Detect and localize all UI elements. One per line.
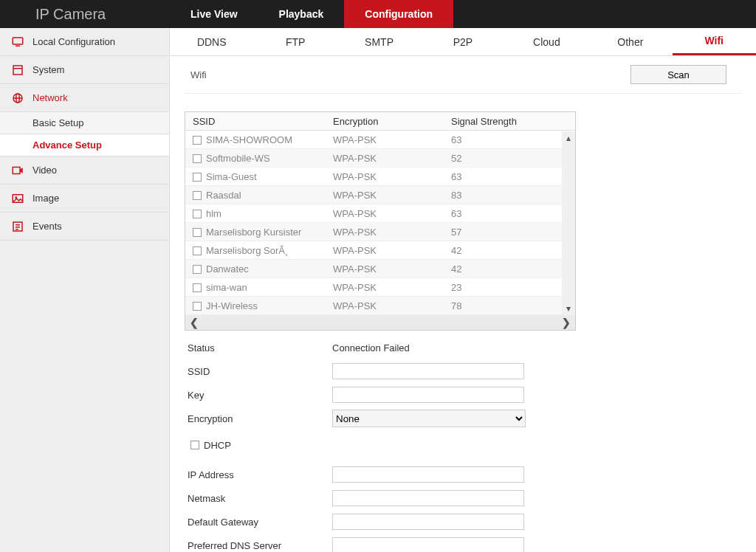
tab-wifi[interactable]: Wifi <box>673 28 756 55</box>
row-checkbox[interactable] <box>193 210 202 218</box>
ssid-label: SSID <box>185 366 332 377</box>
table-row[interactable]: SIMA-SHOWROOMWPA-PSK63 <box>185 131 575 149</box>
sidebar-events[interactable]: Events <box>0 213 169 241</box>
subtabs: DDNS FTP SMTP P2P Cloud Other Wifi <box>170 28 756 56</box>
sidebar-item-label: Network <box>32 92 68 103</box>
horizontal-scrollbar[interactable]: ❮ ❯ <box>185 315 575 330</box>
row-encryption: WPA-PSK <box>333 300 451 311</box>
row-signal: 63 <box>451 134 554 145</box>
row-ssid: Raasdal <box>206 190 241 201</box>
tab-p2p[interactable]: P2P <box>421 28 504 55</box>
gateway-input[interactable] <box>332 514 524 530</box>
nav-configuration[interactable]: Configuration <box>344 0 453 28</box>
table-row[interactable]: Softmobile-WSWPA-PSK52 <box>185 149 575 168</box>
row-checkbox[interactable] <box>193 265 202 274</box>
brand-title: IP Camera <box>0 0 170 28</box>
row-encryption: WPA-PSK <box>333 171 451 182</box>
row-signal: 52 <box>451 153 554 164</box>
sidebar-video[interactable]: Video <box>0 156 169 184</box>
dns-input[interactable] <box>332 537 524 552</box>
encryption-select[interactable]: None <box>332 410 526 427</box>
table-row[interactable]: Marselisborg KursisterWPA-PSK57 <box>185 223 575 241</box>
nav-live-view[interactable]: Live View <box>170 0 258 28</box>
tab-smtp[interactable]: SMTP <box>337 28 421 55</box>
ip-input[interactable] <box>332 466 524 483</box>
col-ssid: SSID <box>185 116 333 127</box>
row-signal: 23 <box>451 282 554 293</box>
sidebar: Local Configuration System Network Basic… <box>0 28 170 552</box>
sidebar-basic-setup[interactable]: Basic Setup <box>0 112 169 134</box>
row-signal: 83 <box>451 190 554 201</box>
row-signal: 63 <box>451 171 554 182</box>
row-encryption: WPA-PSK <box>333 134 451 145</box>
col-signal: Signal Strength <box>451 116 554 127</box>
row-ssid: Sima-Guest <box>206 171 257 182</box>
sidebar-item-label: Local Configuration <box>32 36 115 47</box>
sidebar-advance-setup[interactable]: Advance Setup <box>0 134 169 156</box>
svg-rect-0 <box>13 38 23 44</box>
col-encryption: Encryption <box>333 116 451 127</box>
svg-rect-1 <box>16 45 20 46</box>
row-checkbox[interactable] <box>193 246 202 255</box>
row-signal: 42 <box>451 263 554 275</box>
svg-rect-7 <box>13 167 20 173</box>
ssid-input[interactable] <box>332 363 524 379</box>
sidebar-image[interactable]: Image <box>0 184 169 213</box>
scroll-down-icon[interactable]: ▾ <box>566 302 571 315</box>
sidebar-system[interactable]: System <box>0 56 169 84</box>
system-icon <box>10 63 25 77</box>
table-row[interactable]: JH-WirelessWPA-PSK78 <box>185 297 575 315</box>
scan-button[interactable]: Scan <box>630 65 726 84</box>
scroll-right-icon[interactable]: ❯ <box>562 317 571 328</box>
wifi-table: SSID Encryption Signal Strength SIMA-SHO… <box>185 111 576 331</box>
table-row[interactable]: DanwatecWPA-PSK42 <box>185 260 575 278</box>
key-input[interactable] <box>332 387 524 403</box>
table-row[interactable]: RaasdalWPA-PSK83 <box>185 186 575 204</box>
row-ssid: Marselisborg SorÃ¸ <box>206 245 288 256</box>
vertical-scrollbar[interactable]: ▴ ▾ <box>562 131 575 315</box>
table-row[interactable]: Marselisborg SorÃ¸WPA-PSK42 <box>185 241 575 260</box>
tab-other[interactable]: Other <box>588 28 672 55</box>
topbar: IP Camera Live View Playback Configurati… <box>0 0 756 28</box>
table-row[interactable]: Sima-GuestWPA-PSK63 <box>185 168 575 186</box>
row-ssid: Marselisborg Kursister <box>206 227 301 238</box>
gateway-label: Default Gateway <box>185 517 332 528</box>
row-encryption: WPA-PSK <box>333 190 451 201</box>
row-checkbox[interactable] <box>193 136 202 145</box>
monitor-icon <box>10 35 25 49</box>
status-value: Connection Failed <box>332 342 576 353</box>
status-label: Status <box>185 342 332 353</box>
sidebar-local-config[interactable]: Local Configuration <box>0 28 169 56</box>
tab-ftp[interactable]: FTP <box>253 28 337 55</box>
wifi-form: Status Connection Failed SSID Key Encryp… <box>185 337 576 552</box>
encryption-label: Encryption <box>185 413 332 424</box>
scroll-up-icon[interactable]: ▴ <box>566 131 571 145</box>
table-row[interactable]: hlmWPA-PSK63 <box>185 204 575 223</box>
dhcp-checkbox[interactable] <box>190 441 199 449</box>
wifi-header: Wifi Scan <box>185 56 741 94</box>
row-checkbox[interactable] <box>193 283 202 292</box>
row-ssid: Danwatec <box>206 263 249 275</box>
row-checkbox[interactable] <box>193 173 202 182</box>
row-ssid: hlm <box>206 208 221 219</box>
netmask-input[interactable] <box>332 490 524 506</box>
row-signal: 57 <box>451 227 554 238</box>
row-signal: 42 <box>451 245 554 256</box>
tab-cloud[interactable]: Cloud <box>505 28 588 55</box>
row-checkbox[interactable] <box>193 191 202 200</box>
scroll-left-icon[interactable]: ❮ <box>190 317 199 328</box>
table-row[interactable]: sima-wanWPA-PSK23 <box>185 278 575 297</box>
sidebar-network[interactable]: Network <box>0 84 169 112</box>
row-ssid: Softmobile-WS <box>206 153 270 164</box>
main-content: DDNS FTP SMTP P2P Cloud Other Wifi Wifi … <box>170 28 756 552</box>
table-header: SSID Encryption Signal Strength <box>185 112 575 131</box>
sidebar-item-label: System <box>32 64 64 75</box>
row-encryption: WPA-PSK <box>333 153 451 164</box>
nav-playback[interactable]: Playback <box>258 0 345 28</box>
row-encryption: WPA-PSK <box>333 282 451 293</box>
row-checkbox[interactable] <box>193 154 202 163</box>
row-encryption: WPA-PSK <box>333 227 451 238</box>
row-checkbox[interactable] <box>193 228 202 237</box>
row-checkbox[interactable] <box>193 302 202 311</box>
tab-ddns[interactable]: DDNS <box>170 28 253 55</box>
